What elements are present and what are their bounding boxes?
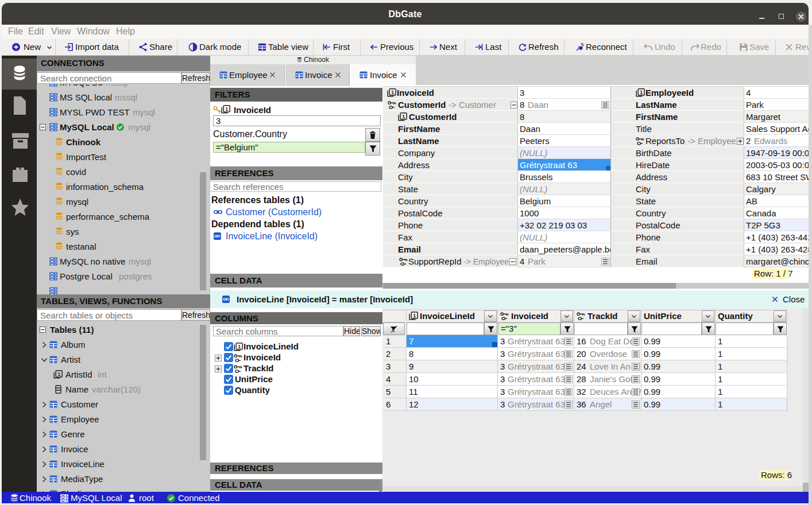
- svg-text:1: 1: [402, 114, 405, 119]
- svg-text:1: 1: [413, 313, 416, 318]
- svg-text:1: 1: [225, 106, 228, 112]
- svg-text:1: 1: [57, 371, 60, 377]
- svg-text:1: 1: [640, 90, 643, 95]
- svg-text:1: 1: [391, 90, 394, 95]
- svg-text:1: 1: [238, 344, 241, 349]
